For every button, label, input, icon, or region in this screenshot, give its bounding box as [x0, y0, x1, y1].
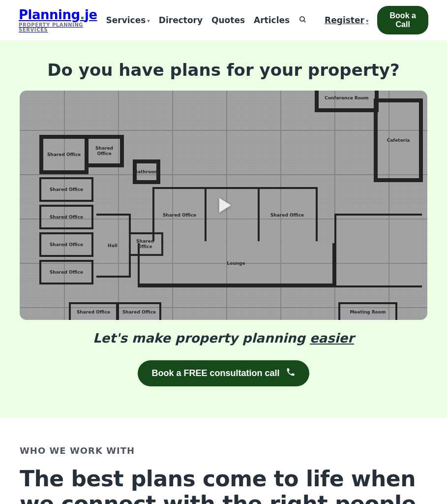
floorplan-room: Shared Office	[117, 302, 161, 320]
floorplan-room: Shared Office	[39, 205, 93, 229]
logo-wordmark: Planning.je	[19, 8, 97, 21]
phone-icon	[286, 367, 296, 379]
hero-tagline-underline: easier	[310, 331, 354, 346]
hero-video[interactable]: Shared Office Shared Office Shared Offic…	[20, 91, 427, 320]
floorplan-room: Shared Office	[259, 187, 318, 241]
floorplan-room: Meeting Room	[338, 302, 397, 320]
book-consultation-button[interactable]: Book a FREE consultation call	[138, 360, 309, 386]
primary-nav: Services▾ Directory Quotes Articles	[106, 15, 307, 26]
nav-services[interactable]: Services▾	[106, 15, 150, 25]
nav-quotes[interactable]: Quotes	[211, 15, 245, 25]
floorplan-room: Hall	[96, 214, 131, 278]
nav-articles[interactable]: Articles	[254, 15, 290, 25]
book-call-button[interactable]: Book a Call	[377, 6, 428, 34]
logo-dot: .	[80, 7, 85, 22]
logo[interactable]: Planning.je PROPERTY PLANNING SERVICES	[19, 8, 97, 32]
nav-register-label: Register	[325, 15, 364, 25]
logo-tagline: PROPERTY PLANNING SERVICES	[19, 23, 97, 32]
floorplan-room: Shared Office	[39, 135, 89, 174]
hero-tagline: Let's make property planning easier	[20, 331, 427, 346]
floorplan-room: Shared Office	[85, 135, 124, 167]
book-consultation-label: Book a FREE consultation call	[151, 368, 279, 378]
who-we-work-with: WHO WE WORK WITH The best plans come to …	[0, 418, 447, 504]
floorplan-room: Lounge	[138, 243, 334, 287]
floorplan-room	[334, 214, 422, 287]
nav-services-label: Services	[106, 15, 146, 25]
floorplan-room: Bathroom	[133, 159, 160, 184]
floorplan-room: Conference Room	[315, 91, 379, 112]
search-button[interactable]	[298, 15, 307, 26]
floorplan-room: Cafeteria	[374, 98, 423, 182]
svg-line-1	[304, 20, 305, 22]
search-icon	[298, 15, 307, 24]
section-eyebrow: WHO WE WORK WITH	[20, 445, 427, 456]
chevron-down-icon: ▾	[366, 18, 369, 24]
nav-register[interactable]: Register▾	[325, 15, 368, 25]
logo-text-post: je	[85, 7, 97, 22]
nav-directory[interactable]: Directory	[159, 15, 203, 25]
hero: Do you have plans for your property? Sha…	[0, 40, 447, 418]
floorplan-room: Shared Office	[39, 260, 93, 284]
hero-tagline-pre: Let's make property planning	[93, 331, 310, 346]
logo-text-pre: Planning	[19, 7, 80, 22]
floorplan-room: Shared Office	[39, 177, 93, 202]
floorplan-room: Shared Office	[69, 302, 118, 320]
hero-heading: Do you have plans for your property?	[20, 60, 427, 80]
section-heading: The best plans come to life when we conn…	[20, 467, 423, 504]
floorplan-room: Shared Office	[152, 187, 207, 241]
floorplan-room: Shared Office	[39, 232, 93, 257]
chevron-down-icon: ▾	[147, 18, 150, 24]
play-icon	[212, 193, 236, 217]
svg-point-0	[300, 16, 304, 21]
